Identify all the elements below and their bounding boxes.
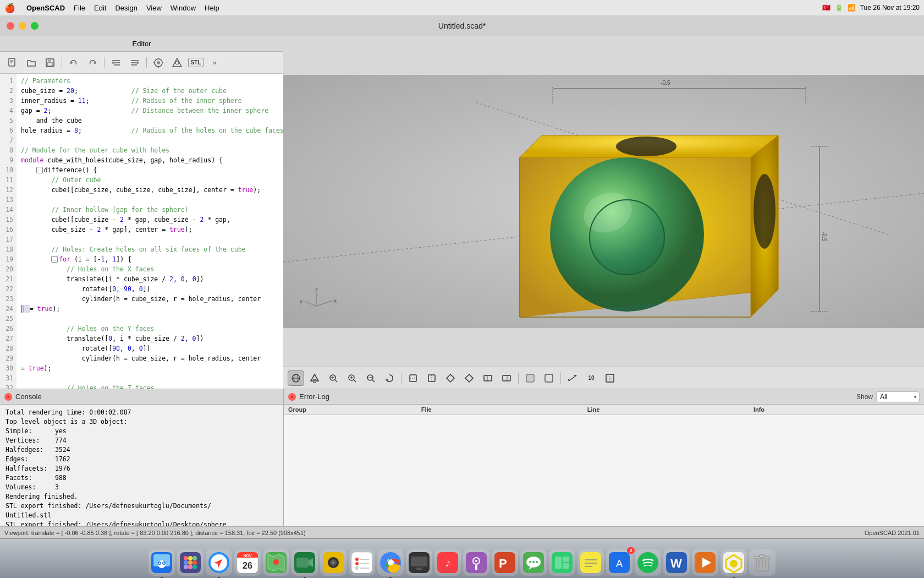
render-wireframe-button[interactable] [541, 370, 557, 386]
dock-numbers[interactable] [549, 549, 575, 576]
dock-appstore[interactable]: A 2 [606, 549, 632, 576]
svg-line-64 [372, 380, 375, 382]
svg-rect-6 [47, 63, 53, 66]
dock-finder[interactable] [148, 549, 175, 576]
view-top-button[interactable] [405, 370, 421, 386]
dock-maps[interactable] [263, 549, 289, 576]
main-area: Editor [0, 36, 924, 389]
menu-window[interactable]: Window [170, 4, 196, 12]
dock-garageband[interactable] [320, 549, 346, 576]
svg-text:W: W [670, 557, 682, 570]
menu-file[interactable]: File [74, 4, 85, 12]
console-content: Total rendering time: 0:00:02.087 Top le… [0, 405, 283, 526]
dock-word[interactable]: W [663, 549, 690, 576]
view-axes-button[interactable] [306, 370, 323, 386]
errorlog-close-button[interactable]: × [288, 393, 296, 401]
dock-trash[interactable] [749, 549, 776, 576]
new-button[interactable] [4, 55, 21, 70]
console-close-button[interactable]: × [4, 393, 12, 401]
window-controls [7, 22, 38, 30]
console-line: Simple: yes [6, 427, 278, 436]
render-button[interactable] [169, 55, 185, 70]
measurement-button[interactable] [564, 370, 581, 386]
maximize-button[interactable] [31, 22, 38, 30]
menu-edit[interactable]: Edit [94, 4, 106, 12]
toolbar-separator [62, 57, 62, 68]
preview-button[interactable] [150, 55, 167, 70]
indent-less-button[interactable] [108, 55, 124, 70]
toolbar-separator-2 [104, 57, 105, 68]
3d-viewport[interactable]: x z y -0.5 [283, 36, 924, 389]
view-back-button[interactable] [461, 370, 477, 386]
menu-openscad[interactable]: OpenSCAD [26, 4, 65, 12]
crosshair-button[interactable] [602, 370, 618, 386]
render-shaded-button[interactable] [522, 370, 538, 386]
dock-launchpad[interactable] [177, 549, 204, 576]
battery-icon: 🔋 [835, 4, 843, 12]
svg-marker-70 [447, 374, 454, 382]
redo-button[interactable] [84, 55, 101, 70]
svg-marker-71 [465, 374, 473, 382]
close-button[interactable] [7, 22, 14, 30]
apple-menu[interactable]: 🍎 [4, 3, 15, 13]
undo-button[interactable] [65, 55, 82, 70]
dock-reminders[interactable] [349, 549, 375, 576]
code-text[interactable]: // Parameters cube_size = 20; // Size of… [16, 74, 283, 389]
dock-spotify[interactable] [635, 549, 661, 576]
save-button[interactable] [42, 55, 58, 70]
view-bottom-button[interactable] [424, 370, 440, 386]
svg-rect-150 [563, 557, 569, 562]
viewport-canvas[interactable]: x z y -0.5 [283, 36, 924, 367]
view-perspective-button[interactable] [288, 370, 304, 386]
col-file: File [421, 406, 587, 413]
reset-view-button[interactable] [381, 370, 398, 386]
menu-help[interactable]: Help [205, 4, 219, 12]
svg-rect-5 [48, 59, 51, 62]
console-title: Console [15, 392, 42, 401]
indent-more-button[interactable] [127, 55, 143, 70]
axes-button[interactable]: 10 [583, 370, 600, 386]
console-line: Vertices: 774 [6, 436, 278, 445]
vt-sep1 [401, 373, 402, 384]
dock-badge-appstore: 2 [627, 547, 635, 554]
svg-point-100 [193, 565, 197, 569]
dock-notes[interactable] [578, 549, 604, 576]
svg-rect-149 [555, 557, 562, 569]
open-button[interactable] [23, 55, 40, 70]
svg-point-94 [193, 556, 197, 560]
svg-point-89 [159, 563, 161, 564]
dock-calendar[interactable]: NOV26 [234, 549, 261, 576]
zoom-in-button[interactable] [344, 370, 360, 386]
zoom-out-button[interactable] [362, 370, 379, 386]
console-panel: × Console Total rendering time: 0:00:02.… [0, 389, 283, 526]
view-right-button[interactable] [498, 370, 515, 386]
dock-podcasts[interactable] [463, 549, 490, 576]
menu-view[interactable]: View [146, 4, 162, 12]
svg-point-145 [529, 561, 531, 563]
console-line: Halfedges: 3524 [6, 445, 278, 455]
more-button[interactable]: » [206, 55, 223, 70]
view-left-button[interactable] [480, 370, 496, 386]
svg-marker-53 [311, 374, 318, 381]
view-front-button[interactable] [442, 370, 459, 386]
svg-point-44 [550, 157, 704, 312]
show-select[interactable]: All Errors Warnings [876, 391, 920, 402]
dock-facetime[interactable] [292, 549, 318, 576]
minimize-button[interactable] [19, 22, 26, 30]
zoom-fit-button[interactable] [325, 370, 342, 386]
dock-powerpoint[interactable]: P [492, 549, 518, 576]
dock-music[interactable]: ♪ [435, 549, 461, 576]
dock-chrome[interactable] [377, 549, 404, 576]
svg-text:P: P [499, 557, 507, 570]
dock-infuse[interactable] [692, 549, 718, 576]
dock-openscad[interactable] [721, 549, 747, 576]
dock-safari[interactable] [206, 549, 232, 576]
code-editor[interactable]: 1 2 3 4 5 6 7 8 9 10 11 12 13 14 15 16 1… [0, 74, 283, 389]
svg-marker-19 [173, 58, 182, 67]
dock-tv[interactable] [406, 549, 432, 576]
dock-messages[interactable] [520, 549, 547, 576]
export-stl-button[interactable]: STL [188, 55, 204, 70]
menu-design[interactable]: Design [115, 4, 137, 12]
editor-header: Editor [0, 36, 283, 52]
show-select-wrapper[interactable]: All Errors Warnings [876, 391, 920, 402]
